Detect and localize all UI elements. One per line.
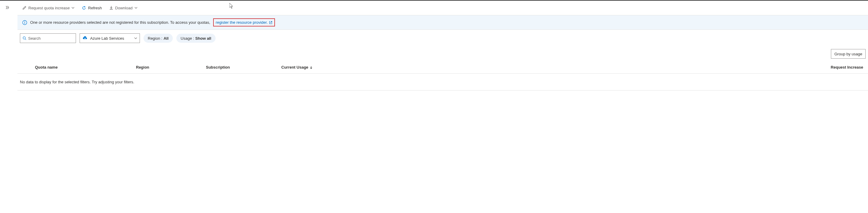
provider-label: Azure Lab Services (90, 36, 124, 41)
usage-filter-pill[interactable]: Usage : Show all (176, 34, 216, 43)
external-link-icon (269, 21, 273, 24)
usage-filter-value: Show all (195, 36, 211, 41)
refresh-icon (82, 6, 86, 10)
table-empty-state: No data to display for the selected filt… (18, 74, 868, 91)
column-header-quota-name[interactable]: Quota name (35, 65, 136, 70)
info-banner-text: One or more resource providers selected … (30, 20, 210, 25)
request-quota-increase-button[interactable]: Request quota increase (20, 4, 77, 12)
download-label: Download (115, 6, 133, 10)
region-filter-label: Region : (148, 36, 162, 41)
request-quota-increase-label: Request quota increase (28, 6, 70, 10)
column-header-current-usage[interactable]: Current Usage (281, 65, 444, 70)
group-by-label: Group by usage (834, 52, 862, 56)
svg-point-3 (23, 37, 25, 39)
chevron-right-double-icon (5, 5, 10, 10)
chevron-down-icon (71, 6, 74, 9)
sort-down-icon (310, 66, 313, 69)
register-provider-link[interactable]: register the resource provider. (216, 20, 268, 25)
provider-dropdown[interactable]: Azure Lab Services (80, 33, 140, 43)
info-banner: One or more resource providers selected … (18, 15, 868, 30)
group-by-dropdown[interactable]: Group by usage (831, 49, 866, 59)
column-header-region[interactable]: Region (136, 65, 206, 70)
download-button[interactable]: Download (107, 4, 140, 12)
column-header-subscription[interactable]: Subscription (206, 65, 281, 70)
cloud-upload-icon (82, 36, 88, 41)
chevron-down-icon (134, 6, 137, 9)
refresh-button[interactable]: Refresh (79, 4, 104, 12)
chevron-down-icon (134, 37, 137, 40)
expand-panel-chevron[interactable] (5, 5, 10, 10)
search-input-container[interactable] (20, 33, 76, 43)
refresh-label: Refresh (88, 6, 102, 10)
filters-row: Azure Lab Services Region : All Usage : … (18, 30, 868, 47)
search-input[interactable] (28, 36, 73, 41)
info-icon (22, 20, 27, 25)
search-icon (23, 36, 26, 40)
download-icon (109, 6, 113, 10)
pencil-icon (22, 6, 27, 10)
region-filter-value: All (163, 36, 168, 41)
toolbar: Request quota increase Refresh Download (18, 1, 868, 15)
svg-rect-2 (24, 22, 25, 24)
region-filter-pill[interactable]: Region : All (144, 34, 173, 43)
svg-point-1 (24, 21, 25, 22)
table-header-row: Quota name Region Subscription Current U… (18, 61, 868, 74)
column-header-request-increase[interactable]: Request Increase (444, 65, 868, 70)
usage-filter-label: Usage : (181, 36, 194, 41)
